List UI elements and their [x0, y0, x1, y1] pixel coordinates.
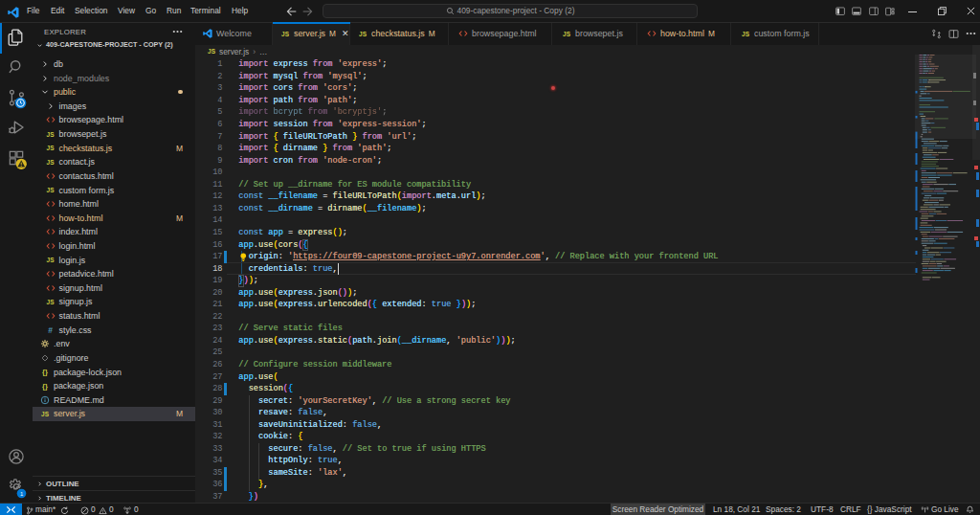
svg-text:1: 1 [20, 491, 23, 497]
